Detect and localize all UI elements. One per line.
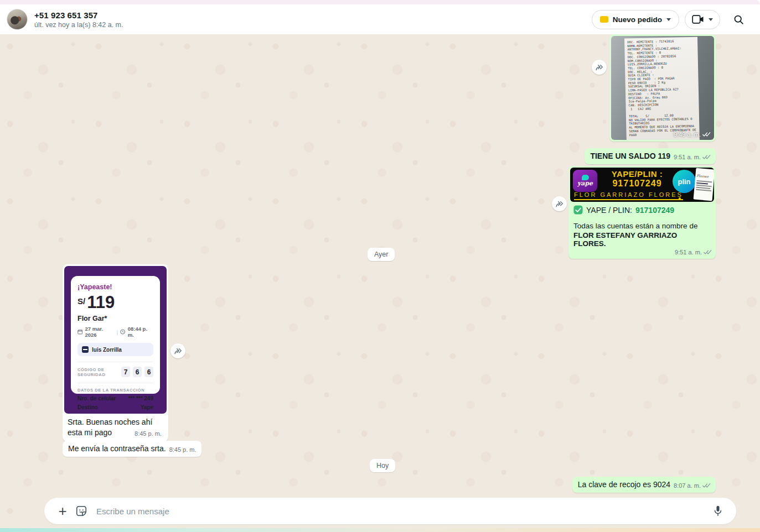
delivered-ticks-icon [702,483,711,488]
plin-logo: plin [673,170,696,193]
message-time: 9:51 a. m. [674,154,701,160]
message-yape-info: yape YAPE/PLIN : 917107249 plin FLOR GAR… [568,166,716,259]
message-time: 8:45 p. m. [169,446,197,453]
message-caption: Srta. Buenas noches ahí esta mi pago 8:4… [64,414,167,441]
delivered-ticks-icon [704,249,712,255]
message-meta: 8:07 a. m. [674,482,711,489]
chat-messages-area: DOC. REMITENTE : 71743016 NOMB.REMITENTE… [0,34,760,528]
search-button[interactable] [729,10,748,29]
yape-receipt-image[interactable]: ¡Yapeaste! S/ 119 Flor Gar* 27 mar. 2026… [64,266,167,414]
payment-datetime: 27 mar. 2026 | 08:44 p. m. [77,326,153,338]
contact-info[interactable]: +51 923 651 357 últ. vez hoy a la(s) 8:4… [34,11,123,29]
message-time: 9:49 a. m. [674,131,701,138]
shipping-receipt-image[interactable]: DOC. REMITENTE : 71743016 NOMB.REMITENTE… [611,36,714,140]
contact-avatar[interactable] [7,9,28,30]
tx-row-phone: Nro. de celular*** *** 249 [77,395,153,401]
security-code-row: CÓDIGO DE SEGURIDAD 7 6 6 [77,367,153,377]
video-camera-icon [692,15,704,24]
accounts-note: Todas las cuentas están a nombre de [573,221,711,231]
window-top-strip [0,0,760,4]
message-saldo: TIENE UN SALDO 119 9:51 a. m. [585,148,716,164]
new-order-label: Nuevo pedido [613,15,662,24]
payee-name: Flor Gar* [77,315,153,322]
voice-record-button[interactable] [709,502,727,520]
yape-phone-number[interactable]: 917107249 [635,206,674,215]
whatsapp-window: +51 923 651 357 últ. vez hoy a la(s) 8:4… [0,0,760,532]
payer-name: luis Zorrilla [92,347,122,353]
banner-owner-name: FLOR GARRIAZO FLORES [574,191,683,200]
check-emoji-icon [573,205,583,215]
transaction-data-label: DATOS DE LA TRANSACCIÓN [77,388,153,393]
date-divider-yesterday: Ayer [368,248,395,261]
message-time: 9:51 a. m. [675,249,702,255]
calendar-icon [77,329,82,335]
message-meta: 9:51 a. m. [675,249,712,255]
message-photo-receipt: DOC. REMITENTE : 71743016 NOMB.REMITENTE… [609,34,716,142]
message-pickup-key: La clave de recojo es 9024 8:07 a. m. [572,477,716,493]
banner-title: YAPE/PLIN : [601,169,673,179]
message-text: TIENE UN SALDO 119 [590,152,670,160]
yape-receipt-card: ¡Yapeaste! S/ 119 Flor Gar* 27 mar. 2026… [71,276,160,394]
date-divider-today: Hoy [370,459,395,472]
message-password-request: Me envía la contraseña srta. 8:45 p. m. [63,441,201,457]
mini-receipt-graphic: Floowe [694,168,714,201]
yape-logo: yape [573,170,597,192]
message-yape-receipt: ¡Yapeaste! S/ 119 Flor Gar* 27 mar. 2026… [63,264,168,441]
mini-receipt-title: Floowe [696,174,709,179]
new-order-button[interactable]: Nuevo pedido [592,10,679,29]
forward-icon [595,64,604,71]
delivered-ticks-icon [702,154,711,160]
message-text: La clave de recojo es 9024 [578,480,670,489]
background-window-edge [0,528,760,532]
payer-chip: luis Zorrilla [77,343,153,356]
bank-card-icon [82,346,89,353]
security-code-digits: 7 6 6 [121,367,153,377]
message-text-block: YAPE / PLIN: 917107249 Todas las cuentas… [570,202,714,248]
video-call-button[interactable] [685,10,720,29]
last-seen-status: últ. vez hoy a la(s) 8:42 a. m. [34,21,123,29]
clock-icon [120,329,125,335]
tx-row-destination: DestinoYape [77,404,153,410]
yape-line-prefix: YAPE / PLIN: [586,206,632,215]
chat-header: +51 923 651 357 últ. vez hoy a la(s) 8:4… [0,4,760,34]
chevron-down-icon [709,18,713,21]
forward-icon [174,347,183,355]
forward-button[interactable] [592,60,607,75]
attach-button[interactable]: + [53,502,72,520]
receipt-text: DOC. REMITENTE : 71743016 NOMB.REMITENTE… [627,39,697,137]
banner-dot [679,197,681,200]
plin-wordmark: plin [678,178,690,186]
yape-wordmark: yape [577,180,593,187]
chevron-down-icon [666,18,671,21]
message-meta: 8:45 p. m. [169,446,197,453]
sticker-smiley-icon [75,505,87,517]
yape-plin-banner-image[interactable]: yape YAPE/PLIN : 917107249 plin FLOR GAR… [570,168,714,202]
payment-amount: S/ 119 [77,294,153,311]
microphone-icon [712,505,723,517]
message-meta: 9:51 a. m. [674,154,711,160]
plus-icon: + [58,504,66,518]
receipt-paper: DOC. REMITENTE : 71743016 NOMB.REMITENTE… [624,37,700,140]
tag-icon [600,16,608,23]
banner-phone: 917107249 [601,179,673,189]
tx-row-operation: Nro. de operación26766766 [77,413,153,414]
delivered-ticks-icon [702,132,711,137]
message-input[interactable] [96,507,709,516]
message-time: 8:07 a. m. [674,482,701,489]
search-icon [733,14,745,25]
message-meta: 8:45 p. m. [135,430,162,437]
forward-button[interactable] [170,343,185,358]
yape-cheer: ¡Yapeaste! [77,283,153,291]
contact-name: +51 923 651 357 [34,11,123,20]
message-time: 8:45 p. m. [135,430,162,437]
account-owner-name: FLOR ESTEFANY GARRIAZO FLORES. [573,231,711,248]
message-text: Me envía la contraseña srta. [68,444,166,453]
message-composer: + [44,498,736,524]
security-code-label: CÓDIGO DE SEGURIDAD [77,367,121,377]
message-meta: 9:49 a. m. [674,131,711,138]
emoji-sticker-button[interactable] [72,502,91,520]
forward-icon [555,200,564,208]
forward-button[interactable] [552,196,567,211]
banner-text: YAPE/PLIN : 917107249 [601,169,673,189]
